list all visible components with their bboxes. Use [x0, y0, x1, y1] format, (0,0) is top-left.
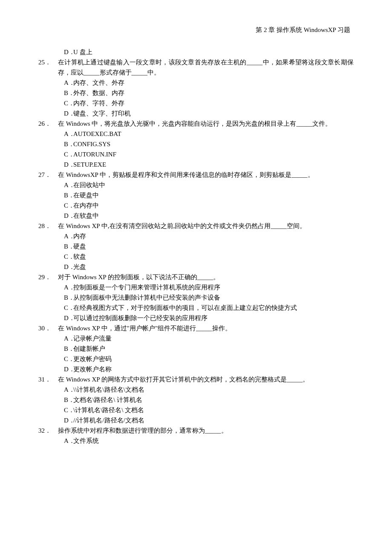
option-label: C．	[58, 354, 73, 364]
question-item: 27．在 WindowsXP 中，剪贴板是程序和文件间用来传递信息的临时存储区，…	[38, 170, 354, 180]
question-number: 26．	[38, 119, 58, 129]
option-text: 记录帐户流量	[73, 333, 354, 344]
option-label: D．	[58, 415, 73, 425]
option-text: 在硬盘中	[73, 190, 354, 200]
question-number: 28．	[38, 221, 58, 231]
question-list: D． U 盘上 25． 在计算机上通过键盘输入一段文章时，该段文章首先存放在主机…	[38, 47, 354, 446]
option-label: C．	[58, 251, 73, 262]
option-item: C．\计算机名\路径名\ 文档名	[58, 405, 354, 415]
option-label: D．	[58, 262, 73, 272]
option-text: CONFIG.SYS	[73, 139, 354, 149]
option-label: B．	[58, 241, 73, 251]
option-item: B．外存、数据、内存	[58, 88, 354, 98]
option-text: 内存、字符、外存	[73, 98, 354, 108]
question-text: 在 Windows XP 中，通过"用户帐户"组件不能进行_____操作。	[58, 323, 354, 333]
option-text: \计算机名\路径名\ 文档名	[73, 405, 354, 415]
option-text: 硬盘	[73, 241, 354, 251]
option-label: B．	[58, 190, 73, 200]
option-label: A．	[58, 231, 73, 241]
option-text: 从控制面板中无法删除计算机中已经安装的声卡设备	[73, 292, 354, 303]
prev-question-trailing-option: D． U 盘上	[58, 47, 354, 57]
question-item: 25． 在计算机上通过键盘输入一段文章时，该段文章首先存放在主机的_____中，…	[38, 57, 354, 78]
option-list: A．文件系统	[58, 436, 354, 446]
option-item: A．内存	[58, 231, 354, 241]
option-label: B．	[58, 344, 73, 354]
option-item: C．在经典视图方式下，对于控制面板中的项目，可以在桌面上建立起它的快捷方式	[58, 303, 354, 313]
option-text: 内存、文件、外存	[73, 78, 354, 88]
option-list: A．在回收站中B．在硬盘中C．在内存中D．在软盘中	[58, 180, 354, 221]
option-label: A．	[58, 282, 73, 292]
option-label: B．	[58, 139, 73, 149]
option-item: A．在回收站中	[58, 180, 354, 190]
option-label: D．	[58, 364, 73, 374]
option-text: 可以通过控制面板删除一个已经安装的应用程序	[73, 313, 354, 323]
option-item: B．从控制面板中无法删除计算机中已经安装的声卡设备	[58, 292, 354, 303]
question-text: 在 Windows 中，将光盘放入光驱中，光盘内容能自动运行，是因为光盘的根目录…	[58, 119, 354, 129]
option-item: C．AUTORUN.INF	[58, 149, 354, 159]
option-text: AUTORUN.INF	[73, 149, 354, 159]
option-label: A．	[58, 333, 73, 344]
option-item: D．更改帐户名称	[58, 364, 354, 374]
question-text: 对于 Windows XP 的控制面板，以下说法不正确的_____。	[58, 272, 354, 282]
question-item: 29．对于 Windows XP 的控制面板，以下说法不正确的_____。	[38, 272, 354, 282]
option-text: 在经典视图方式下，对于控制面板中的项目，可以在桌面上建立起它的快捷方式	[73, 303, 354, 313]
option-list: A．控制面板是一个专门用来管理计算机系统的应用程序B．从控制面板中无法删除计算机…	[58, 282, 354, 323]
question-item: 26．在 Windows 中，将光盘放入光驱中，光盘内容能自动运行，是因为光盘的…	[38, 119, 354, 129]
option-text: 在回收站中	[73, 180, 354, 190]
question-text: 操作系统中对程序和数据进行管理的部分，通常称为_____。	[58, 425, 354, 436]
question-text: 在 Windows XP 中,在没有清空回收站之前,回收站中的文件或文件夹仍然占…	[58, 221, 354, 231]
option-label: B．	[58, 395, 73, 405]
option-item: D．光盘	[58, 262, 354, 272]
option-label: D．	[58, 108, 73, 119]
option-text: AUTOEXEC.BAT	[73, 129, 354, 139]
option-item: A．记录帐户流量	[58, 333, 354, 344]
option-label: D．	[58, 47, 73, 57]
option-text: 光盘	[73, 262, 354, 272]
option-item: C．软盘	[58, 251, 354, 262]
option-text: U 盘上	[73, 47, 354, 57]
option-label: B．	[58, 292, 73, 303]
question-text: 在计算机上通过键盘输入一段文章时，该段文章首先存放在主机的_____中，如果希望…	[58, 57, 354, 78]
option-text: 在内存中	[73, 200, 354, 211]
option-item: A．AUTOEXEC.BAT	[58, 129, 354, 139]
option-list: A．内存、文件、外存B．外存、数据、内存C．内存、字符、外存D．键盘、文字、打印…	[58, 78, 354, 119]
option-item: C．更改帐户密码	[58, 354, 354, 364]
page-header: 第 2 章 操作系统 WindowsXP 习题	[38, 25, 354, 35]
option-text: SETUP.EXE	[73, 159, 354, 170]
option-text: 文档名\路径名\ 计算机名	[73, 395, 354, 405]
option-label: C．	[58, 98, 73, 108]
option-item: D．可以通过控制面板删除一个已经安装的应用程序	[58, 313, 354, 323]
option-label: A．	[58, 436, 73, 446]
question-item: 28．在 Windows XP 中,在没有清空回收站之前,回收站中的文件或文件夹…	[38, 221, 354, 231]
option-label: C．	[58, 149, 73, 159]
option-item: A．文件系统	[58, 436, 354, 446]
option-item: D．键盘、文字、打印机	[58, 108, 354, 119]
option-label: C．	[58, 200, 73, 211]
option-list: A．记录帐户流量B．创建新帐户C．更改帐户密码D．更改帐户名称	[58, 333, 354, 374]
option-item: B．硬盘	[58, 241, 354, 251]
option-item: D．在软盘中	[58, 211, 354, 221]
option-label: A．	[58, 129, 73, 139]
option-item: B．创建新帐户	[58, 344, 354, 354]
question-text: 在 Windows XP 的网络方式中欲打开其它计算机中的文档时，文档名的完整格…	[58, 374, 354, 384]
option-text: 更改帐户名称	[73, 364, 354, 374]
option-label: D．	[58, 313, 73, 323]
option-text: 在软盘中	[73, 211, 354, 221]
question-number: 29．	[38, 272, 58, 282]
document-page: 第 2 章 操作系统 WindowsXP 习题 D． U 盘上 25． 在计算机…	[0, 0, 392, 471]
question-number: 31．	[38, 374, 58, 384]
option-text: \\计算机名\路径名\文档名	[73, 384, 354, 395]
option-item: A．内存、文件、外存	[58, 78, 354, 88]
question-number: 32．	[38, 425, 58, 436]
option-item: B．CONFIG.SYS	[58, 139, 354, 149]
option-label: B．	[58, 88, 73, 98]
option-item: D．//计算机名/路径名/文档名	[58, 415, 354, 425]
option-text: 控制面板是一个专门用来管理计算机系统的应用程序	[73, 282, 354, 292]
option-text: //计算机名/路径名/文档名	[73, 415, 354, 425]
option-label: C．	[58, 405, 73, 415]
question-item: 31．在 Windows XP 的网络方式中欲打开其它计算机中的文档时，文档名的…	[38, 374, 354, 384]
option-item: B．在硬盘中	[58, 190, 354, 200]
option-text: 文件系统	[73, 436, 354, 446]
option-list: A．AUTOEXEC.BATB．CONFIG.SYSC．AUTORUN.INFD…	[58, 129, 354, 170]
option-item: A．\\计算机名\路径名\文档名	[58, 384, 354, 395]
